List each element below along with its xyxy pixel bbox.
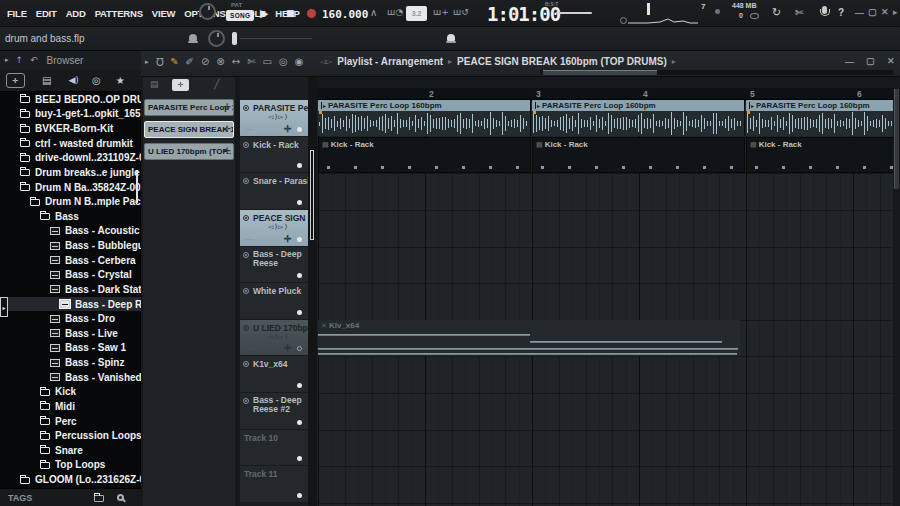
- browser-item[interactable]: Drum breaks..e jungle dnb: [0, 165, 141, 180]
- panel-collapse-handle[interactable]: ▸: [0, 297, 8, 317]
- smart-disable-icon[interactable]: ✄: [795, 8, 803, 18]
- picker-filter-pattern-icon[interactable]: ▤: [150, 80, 159, 89]
- grid-rows[interactable]: ▸PARASITE Perc Loop 160bpm▸PARASITE Perc…: [317, 100, 893, 506]
- play-button[interactable]: ▶: [260, 8, 268, 19]
- track-lock-icon[interactable]: [243, 325, 249, 331]
- browser-item[interactable]: Drum N B..mple Pack: [0, 194, 141, 209]
- browser-item[interactable]: Bass - Dro: [0, 311, 141, 326]
- select-tool-icon[interactable]: ▭: [263, 56, 272, 67]
- pattern-chip-move-icon[interactable]: ✛: [223, 144, 231, 159]
- tab-audio-icon[interactable]: ◀): [68, 76, 78, 85]
- menu-patterns[interactable]: PATTERNS: [95, 8, 143, 19]
- arrangement-crumb[interactable]: PEACE SIGN BREAK 160bpm (TOP DRUMS): [457, 56, 667, 67]
- headers-scroll-thumb[interactable]: [310, 150, 314, 240]
- browser-item[interactable]: Bass - Live: [0, 326, 141, 341]
- track-mute-led[interactable]: [297, 346, 302, 351]
- tags-folder-icon[interactable]: [94, 495, 104, 502]
- main-pitch-track[interactable]: [240, 38, 312, 39]
- track-move-icon[interactable]: ✛: [284, 234, 292, 244]
- browser-item[interactable]: Midi: [0, 399, 141, 414]
- tags-search-icon[interactable]: [117, 494, 124, 501]
- track-lock-icon[interactable]: [243, 361, 249, 367]
- muted-midi-clip[interactable]: ✕Klv_x64: [318, 320, 740, 356]
- browser-item[interactable]: Drum N Ba..35824Z-001: [0, 180, 141, 195]
- pattern-chip[interactable]: PEACE SIGN BREAK 16..✛: [144, 121, 234, 138]
- main-pitch-thumb[interactable]: [232, 32, 237, 45]
- track-lock-icon[interactable]: [243, 288, 249, 294]
- track-speaker-icons[interactable]: ◅)▻): [268, 333, 288, 341]
- pattern-clip[interactable]: ▤Kick - Rack: [318, 137, 531, 173]
- track-header[interactable]: Bass - Deep Reese: [240, 247, 308, 284]
- playlist-minimize-button[interactable]: —: [845, 57, 854, 67]
- track-header[interactable]: Track 11: [240, 466, 308, 503]
- pattern-clip-header[interactable]: ▤Kick - Rack: [533, 138, 744, 149]
- track-header[interactable]: U LIED 170bpm..◅)▻)···✛: [240, 320, 308, 357]
- muted-clip-header[interactable]: ✕Klv_x64: [318, 320, 740, 330]
- browser-item[interactable]: BVKER-Born-Kit: [0, 121, 141, 136]
- tab-favorites-icon[interactable]: ★: [116, 76, 125, 86]
- track-mute-led[interactable]: [297, 127, 302, 132]
- track-grip-icon[interactable]: ···: [245, 236, 255, 243]
- browser-item[interactable]: Bass: [0, 209, 141, 224]
- audio-clip[interactable]: ▸PARASITE Perc Loop 160bpm: [318, 100, 531, 136]
- pat-mode-label[interactable]: PAT: [231, 2, 242, 8]
- vertical-scrollbar[interactable]: [893, 77, 900, 506]
- track-grip-icon[interactable]: ···: [245, 345, 255, 352]
- browser-up-icon[interactable]: ↑: [16, 56, 24, 65]
- track-grip-icon[interactable]: ···: [245, 126, 255, 133]
- browser-item[interactable]: drive-downl..231109Z-001: [0, 151, 141, 166]
- track-mute-led[interactable]: [297, 383, 302, 388]
- track-lock-icon[interactable]: [243, 252, 249, 258]
- expand-arrow-icon[interactable]: ▸: [893, 7, 898, 17]
- track-header[interactable]: Snare - Parasite: [240, 173, 308, 210]
- track-mute-led[interactable]: [297, 273, 302, 278]
- pattern-clip-header[interactable]: ▤Kick - Rack: [319, 138, 530, 149]
- audio-clip-header[interactable]: ▸PARASITE Perc Loop 160bpm: [746, 100, 893, 111]
- menu-file[interactable]: FILE: [7, 8, 27, 19]
- menu-add[interactable]: ADD: [66, 8, 86, 19]
- browser-item[interactable]: buy-1-get-1..opkit_165725: [0, 107, 141, 122]
- track-mute-led[interactable]: [297, 493, 302, 498]
- horizontal-scroll-thumb[interactable]: [543, 70, 657, 75]
- pattern-chip-move-icon[interactable]: ✛: [223, 122, 231, 137]
- horizontal-scrollbar[interactable]: [540, 70, 893, 75]
- track-lock-icon[interactable]: [243, 178, 249, 184]
- track-header[interactable]: Kick - Rack: [240, 137, 308, 174]
- playlist-title[interactable]: Playlist - Arrangement: [337, 56, 443, 67]
- browser-item[interactable]: Kick: [0, 385, 141, 400]
- magnet-tool-icon[interactable]: Ω: [156, 56, 164, 67]
- preview-tool-icon[interactable]: ◉: [295, 56, 304, 67]
- monitor-knob[interactable]: [715, 9, 720, 14]
- pattern-chip[interactable]: PARASITE Perc Loop 1..✛: [144, 99, 234, 116]
- track-speaker-icons[interactable]: ◅)▻): [268, 113, 288, 121]
- track-speaker-icons[interactable]: ◅)▻): [268, 223, 288, 231]
- playlist-grid[interactable]: 23456 ▸PARASITE Perc Loop 160bpm▸PARASIT…: [317, 88, 893, 506]
- tab-files-icon[interactable]: ▤: [42, 76, 51, 86]
- browser-item[interactable]: Percussion Loops: [0, 428, 141, 443]
- browser-item[interactable]: ctrl - wasted drumkit: [0, 136, 141, 151]
- song-mode-toggle[interactable]: SONG: [226, 10, 254, 21]
- audio-clip[interactable]: ▸PARASITE Perc Loop 160bpm: [746, 100, 893, 136]
- stop-button[interactable]: ■: [286, 9, 295, 18]
- picker-filter-audio-icon[interactable]: ✛: [172, 79, 189, 91]
- playlist-maximize-button[interactable]: ▢: [866, 56, 875, 66]
- track-header[interactable]: PEACE SIGN BRE..◅)▻)···✛: [240, 210, 308, 247]
- audio-clip-header[interactable]: ▸PARASITE Perc Loop 160bpm: [532, 100, 744, 111]
- browser-item[interactable]: Bass - Saw 1: [0, 341, 141, 356]
- close-button[interactable]: ✕: [881, 7, 889, 17]
- browser-item[interactable]: Bass - Cerbera: [0, 253, 141, 268]
- browser-item[interactable]: Bass - Vanished: [0, 370, 141, 385]
- slip-tool-icon[interactable]: ⊘: [201, 56, 209, 67]
- grid-ruler[interactable]: 23456: [317, 88, 893, 100]
- paint-tool-icon[interactable]: ✐: [186, 56, 194, 67]
- picker-filter-automation-icon[interactable]: ╱: [214, 80, 219, 89]
- track-header[interactable]: Track 10: [240, 430, 308, 467]
- track-lock-icon[interactable]: [243, 215, 249, 221]
- vertical-scroll-thumb[interactable]: [894, 89, 899, 189]
- playlist-menu-arrow[interactable]: ▸: [145, 58, 149, 66]
- menu-edit[interactable]: EDIT: [36, 8, 57, 19]
- browser-back-icon[interactable]: ↶: [30, 56, 38, 65]
- pattern-chip-move-icon[interactable]: ✛: [223, 100, 231, 115]
- browser-item[interactable]: GLOOM (Lo..231626Z-001: [0, 472, 141, 487]
- track-header[interactable]: Bass - Deep Reese #2: [240, 393, 308, 430]
